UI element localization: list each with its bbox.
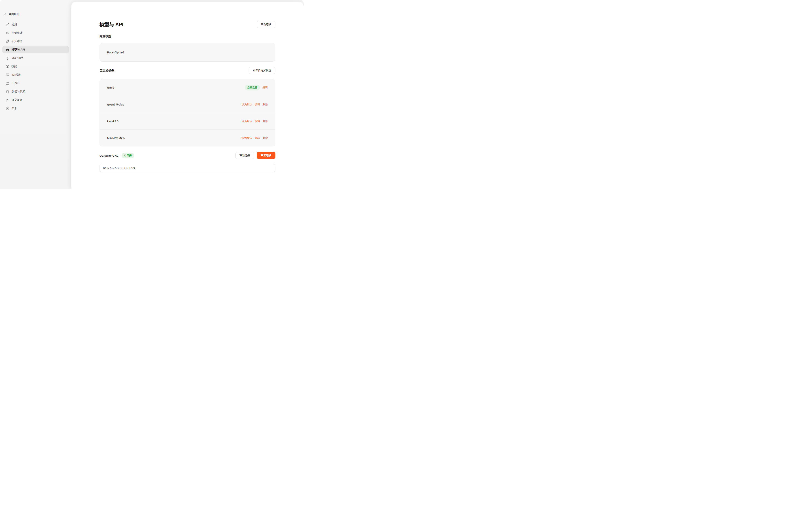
custom-model-name: qwen3.5-plus (107, 103, 124, 106)
gateway-url-label: Gateway URL (99, 154, 119, 157)
sidebar-item-label: 技能 (11, 65, 17, 68)
custom-models-heading: 自定义模型 (99, 69, 114, 72)
sidebar-item-label: 模型与 API (11, 48, 25, 52)
delete-action-link[interactable]: 删除 (263, 119, 268, 123)
add-custom-model-button[interactable]: 添加自定义模型 (249, 67, 276, 74)
model-row-actions: 当前选择编辑 (245, 85, 268, 90)
settings-window: 返回应用 通用用量统计积分详情模型与 APIMCP 服务技能IM 频道工作区数据… (0, 0, 304, 189)
model-row-actions: 设为默认编辑删除 (241, 119, 268, 123)
gateway-url-input[interactable] (99, 164, 275, 172)
cpu-icon (6, 48, 9, 52)
sidebar-item-feedback[interactable]: 提交反馈 (2, 96, 69, 104)
edit-action-link[interactable]: 编辑 (255, 136, 260, 140)
sidebar-item-label: 工作区 (11, 82, 20, 85)
bar-chart-icon (6, 31, 9, 35)
coins-icon (6, 40, 9, 43)
arrow-left-icon (4, 13, 7, 16)
sidebar-nav: 通用用量统计积分详情模型与 APIMCP 服务技能IM 频道工作区数据与隐私提交… (2, 21, 69, 112)
custom-model-row: MiniMax-M2.5设为默认编辑删除 (100, 130, 275, 146)
sidebar-item-data-privacy[interactable]: 数据与隐私 (2, 88, 69, 95)
model-row-actions: 设为默认编辑删除 (241, 103, 268, 106)
pencil-icon (6, 23, 9, 26)
sidebar-item-label: MCP 服务 (11, 56, 24, 60)
reconnect-button[interactable]: 重新连接 (256, 21, 275, 28)
connected-status-badge: 已连接 (122, 153, 134, 158)
custom-model-row: glm-5当前选择编辑 (100, 79, 275, 96)
sidebar-item-usage-stats[interactable]: 用量统计 (2, 29, 69, 37)
sidebar-item-label: 通用 (11, 23, 17, 26)
custom-model-name: glm-5 (107, 86, 114, 89)
builtin-models-heading: 内置模型 (99, 34, 275, 38)
message-square-icon (6, 73, 9, 77)
sidebar-item-skills[interactable]: 技能 (2, 63, 69, 70)
delete-action-link[interactable]: 删除 (263, 103, 268, 106)
custom-model-row: kimi-k2.5设为默认编辑删除 (100, 113, 275, 130)
book-open-icon (6, 65, 9, 68)
current-selection-badge: 当前选择 (245, 85, 260, 90)
edit-action-link[interactable]: 编辑 (263, 86, 268, 89)
gateway-reconnect-button[interactable]: 重新连接 (235, 152, 254, 159)
plug-icon (6, 57, 9, 60)
sidebar-item-mcp-services[interactable]: MCP 服务 (2, 55, 69, 62)
custom-model-name: MiniMax-M2.5 (107, 137, 125, 140)
delete-action-link[interactable]: 删除 (263, 136, 268, 140)
sidebar-item-im-channels[interactable]: IM 频道 (2, 71, 69, 79)
custom-models-panel: glm-5当前选择编辑qwen3.5-plus设为默认编辑删除kimi-k2.5… (99, 79, 275, 147)
set-default-action-link[interactable]: 设为默认 (241, 119, 252, 123)
sidebar-item-label: 用量统计 (11, 31, 22, 35)
folder-icon (6, 82, 9, 85)
main-panel: 模型与 API 重新连接 内置模型 Pony-Alpha-2 自定义模型 添加自… (71, 2, 304, 189)
sidebar: 返回应用 通用用量统计积分详情模型与 APIMCP 服务技能IM 频道工作区数据… (0, 0, 71, 189)
set-default-action-link[interactable]: 设为默认 (241, 136, 252, 140)
sidebar-item-general[interactable]: 通用 (2, 21, 69, 28)
builtin-model-name: Pony-Alpha-2 (100, 51, 124, 54)
shield-icon (6, 90, 9, 93)
sidebar-item-label: 关于 (11, 107, 17, 110)
sidebar-item-label: IM 频道 (11, 73, 21, 77)
info-icon (6, 107, 9, 110)
model-row-actions: 设为默认编辑删除 (241, 136, 268, 140)
sidebar-item-label: 积分详情 (11, 39, 22, 43)
sidebar-item-workspace[interactable]: 工作区 (2, 80, 69, 87)
builtin-models-panel: Pony-Alpha-2 (99, 43, 275, 62)
edit-action-link[interactable]: 编辑 (255, 103, 260, 106)
set-default-action-link[interactable]: 设为默认 (241, 103, 252, 106)
gateway-reset-button[interactable]: 重置连接 (256, 152, 275, 159)
sidebar-item-about[interactable]: 关于 (2, 105, 69, 112)
back-to-app-label: 返回应用 (9, 12, 19, 16)
sidebar-item-label: 数据与隐私 (11, 90, 25, 93)
custom-model-row: qwen3.5-plus设为默认编辑删除 (100, 96, 275, 113)
message-square-plus-icon (6, 98, 9, 102)
custom-model-name: kimi-k2.5 (107, 120, 119, 123)
sidebar-item-models-api[interactable]: 模型与 API (2, 46, 69, 54)
back-to-app-button[interactable]: 返回应用 (2, 12, 69, 16)
sidebar-item-credits[interactable]: 积分详情 (2, 37, 69, 45)
page-title: 模型与 API (99, 21, 124, 28)
sidebar-item-label: 提交反馈 (11, 98, 22, 102)
edit-action-link[interactable]: 编辑 (255, 119, 260, 123)
